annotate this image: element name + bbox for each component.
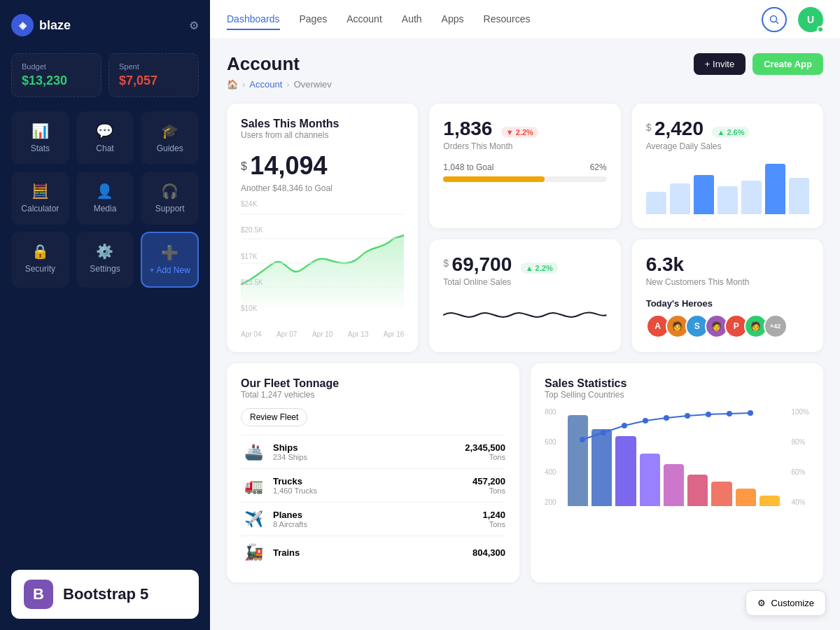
logo-icon: ◈ [11, 14, 34, 36]
bottom-row: Our Fleet Tonnage Total 1,247 vehicles R… [227, 363, 823, 582]
logo-area: ◈ blaze [11, 14, 71, 36]
sidebar-item-chat[interactable]: 💬 Chat [76, 111, 134, 164]
planes-icon: ✈️ [241, 510, 266, 528]
customize-button[interactable]: ⚙ Customize [746, 590, 826, 616]
sidebar-item-support-label: Support [155, 204, 185, 214]
bar-country-6 [687, 475, 708, 506]
sales-stats-subtitle: Top Selling Countries [545, 390, 809, 400]
create-app-button[interactable]: Create App [752, 53, 823, 75]
sidebar-item-media-label: Media [94, 204, 117, 214]
user-avatar[interactable]: U [798, 7, 823, 32]
sidebar-item-calculator[interactable]: 🧮 Calculator [11, 172, 69, 225]
budget-card: Budget $13,230 [11, 53, 102, 97]
sales-month-subtitle: Users from all channels [241, 130, 404, 140]
review-fleet-button[interactable]: Review Fleet [241, 408, 307, 426]
nav-resources[interactable]: Resources [484, 9, 531, 30]
spent-label: Spent [119, 62, 188, 71]
orders-card: 1,836 ▼ 2.2% Orders This Month 1,048 to … [429, 104, 620, 228]
security-icon: 🔒 [31, 243, 49, 260]
page-header: Account + Invite Create App [227, 53, 823, 75]
planes-info: Planes 8 Aircrafts [273, 510, 475, 528]
customize-icon: ⚙ [757, 598, 766, 608]
progress-bar-bg [443, 176, 606, 182]
sidebar-item-guides[interactable]: 🎓 Guides [141, 111, 199, 164]
sidebar-item-settings-label: Settings [90, 264, 120, 274]
sidebar-item-media[interactable]: 👤 Media [76, 172, 134, 225]
menu-grid: 📊 Stats 💬 Chat 🎓 Guides 🧮 Calculator 👤 M… [11, 111, 199, 288]
stats-icon: 📊 [31, 122, 49, 139]
bar-3 [694, 175, 714, 214]
trucks-count: 1,460 Trucks [273, 486, 465, 495]
trucks-value: 457,200 Tons [472, 476, 505, 495]
customers-value: 6.3k [646, 253, 685, 275]
bar-country-3 [615, 436, 636, 506]
daily-sales-card: $ 2,420 ▲ 2.6% Average Daily Sales [632, 104, 823, 228]
ships-name: Ships [273, 442, 458, 453]
planes-count: 8 Aircrafts [273, 520, 475, 528]
search-button[interactable] [762, 7, 787, 32]
bar-6 [765, 164, 785, 214]
daily-sales-value: 2,420 [654, 118, 704, 139]
spent-value: $7,057 [119, 74, 188, 88]
support-icon: 🎧 [161, 183, 178, 200]
budget-value: $13,230 [22, 74, 91, 88]
sales-month-title: Sales This Months [241, 118, 404, 130]
sales-line-chart: $24K $20.5K $17K $13.5K $10K [241, 200, 404, 328]
sidebar-item-settings[interactable]: ⚙️ Settings [76, 232, 134, 288]
online-sales-badge: ▲ 2.2% [521, 262, 558, 274]
progress-meta: 1,048 to Goal 62% [443, 162, 606, 172]
nav-pages[interactable]: Pages [300, 9, 328, 30]
daily-sales-badge: ▲ 2.6% [712, 127, 749, 138]
sidebar-item-security[interactable]: 🔒 Security [11, 232, 69, 288]
sidebar-item-guides-label: Guides [157, 144, 183, 153]
hero-avatars: A 🧑 S 🧑 P 🧑 +42 [646, 314, 809, 338]
fleet-card: Our Fleet Tonnage Total 1,247 vehicles R… [227, 363, 519, 582]
sidebar-item-support[interactable]: 🎧 Support [141, 172, 199, 225]
sidebar-item-chat-label: Chat [96, 144, 113, 153]
sidebar-item-add-new[interactable]: ➕ + Add New [141, 232, 199, 288]
online-sales-card: $ 69,700 ▲ 2.2% Total Online Sales [429, 239, 620, 352]
ships-icon: 🚢 [241, 443, 266, 461]
fleet-subtitle: Total 1,247 vehicles [241, 390, 505, 400]
invite-button[interactable]: + Invite [694, 53, 746, 75]
menu-toggle-icon[interactable]: ⚙ [189, 19, 199, 32]
logo-text: blaze [39, 18, 71, 33]
sidebar-header: ◈ blaze ⚙ [11, 11, 199, 39]
breadcrumb-overview: Overwiev [294, 79, 332, 90]
fleet-title: Our Fleet Tonnage [241, 377, 505, 390]
search-icon [769, 15, 779, 24]
nav-right: U [762, 7, 823, 32]
sales-month-value: 14,094 [250, 151, 327, 181]
customers-label: New Customers This Month [646, 277, 809, 287]
sales-x-labels: Apr 04 Apr 07 Apr 10 Apr 13 Apr 16 [241, 330, 404, 338]
ships-info: Ships 234 Ships [273, 442, 458, 461]
nav-apps[interactable]: Apps [442, 9, 464, 30]
daily-sales-chart [646, 158, 809, 214]
heroes-label: Today's Heroes [646, 298, 809, 309]
sales-month-goal: Another $48,346 to Goal [241, 183, 404, 193]
budget-label: Budget [22, 62, 91, 71]
budget-row: Budget $13,230 Spent $7,057 [11, 53, 199, 97]
fleet-row-trucks: 🚛 Trucks 1,460 Trucks 457,200 Tons [241, 468, 505, 502]
breadcrumb-account[interactable]: Account [249, 79, 282, 90]
bar-country-2 [592, 429, 612, 506]
orders-badge: ▼ 2.2% [501, 127, 538, 138]
sales-month-card: Sales This Months Users from all channel… [227, 104, 418, 352]
sidebar-item-add-new-label: + Add New [149, 265, 190, 275]
nav-account[interactable]: Account [346, 9, 382, 30]
trucks-info: Trucks 1,460 Trucks [273, 476, 465, 495]
online-indicator [817, 26, 824, 33]
bar-1 [646, 192, 666, 214]
spent-card: Spent $7,057 [108, 53, 199, 97]
trains-info: Trains [273, 547, 465, 558]
breadcrumb-home[interactable]: 🏠 [227, 79, 238, 90]
sidebar-item-stats[interactable]: 📊 Stats [11, 111, 69, 164]
sidebar-item-stats-label: Stats [31, 144, 50, 153]
nav-auth[interactable]: Auth [402, 9, 422, 30]
sidebar-item-calculator-label: Calculator [21, 204, 59, 214]
trains-icon: 🚂 [241, 543, 266, 561]
progress-row: 1,048 to Goal 62% [443, 162, 606, 182]
trucks-icon: 🚛 [241, 477, 266, 495]
nav-dashboards[interactable]: Dashboards [227, 9, 280, 30]
media-icon: 👤 [96, 183, 113, 200]
